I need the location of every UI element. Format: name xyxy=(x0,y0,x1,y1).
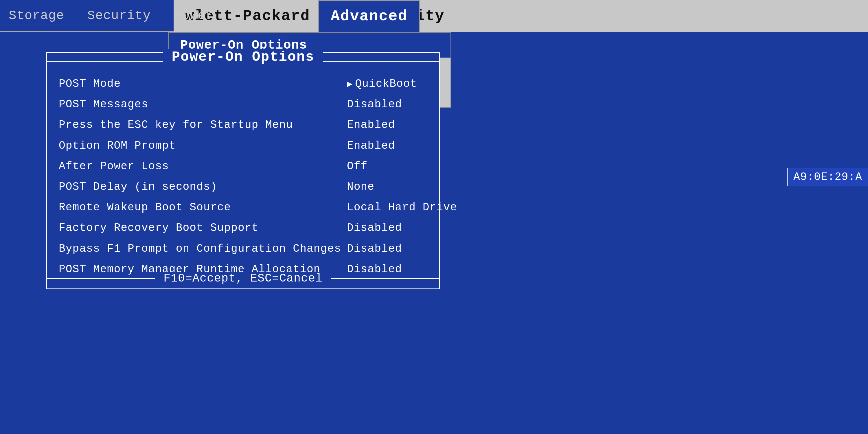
top-bar: Storage Security Power Advanced wlett-Pa… xyxy=(0,0,868,32)
setting-label-1[interactable]: POST Messages xyxy=(59,97,341,112)
setting-value-0[interactable]: QuickBoot xyxy=(347,76,457,91)
setting-label-6[interactable]: Remote Wakeup Boot Source xyxy=(59,199,341,215)
setting-value-3[interactable]: Enabled xyxy=(347,138,457,153)
dialog-footer: F10=Accept, ESC=Cancel xyxy=(47,268,439,288)
setting-value-2[interactable]: Enabled xyxy=(347,117,457,132)
title-line-left xyxy=(47,61,163,62)
setting-label-3[interactable]: Option ROM Prompt xyxy=(59,138,341,153)
setting-value-6[interactable]: Local Hard Drive xyxy=(347,199,457,215)
footer-hint: F10=Accept, ESC=Cancel xyxy=(155,272,331,285)
settings-labels: POST Mode POST Messages Press the ESC ke… xyxy=(59,76,341,271)
setting-value-7[interactable]: Disabled xyxy=(347,220,457,236)
setting-label-8[interactable]: Bypass F1 Prompt on Configuration Change… xyxy=(59,241,341,256)
setting-value-5[interactable]: None xyxy=(347,179,457,194)
footer-line-left xyxy=(47,278,155,279)
setting-label-4[interactable]: After Power Loss xyxy=(59,159,341,174)
settings-area: POST Mode POST Messages Press the ESC ke… xyxy=(47,62,439,280)
menu-item-storage[interactable]: Storage xyxy=(6,7,67,24)
mac-address-hint: A9:0E:29:A xyxy=(787,168,868,186)
setting-label-0[interactable]: POST Mode xyxy=(59,76,341,91)
advanced-tab-label: Advanced xyxy=(331,8,408,25)
app-title-bar: wlett-Packard Setup Utility xyxy=(174,0,868,32)
menu-item-security[interactable]: Security xyxy=(85,7,154,24)
setting-label-5[interactable]: POST Delay (in seconds) xyxy=(59,179,341,194)
tab-advanced[interactable]: Advanced xyxy=(318,0,420,32)
setting-value-1[interactable]: Disabled xyxy=(347,97,457,112)
setting-label-7[interactable]: Factory Recovery Boot Support xyxy=(59,220,341,236)
settings-values: QuickBoot Disabled Enabled Enabled Off N… xyxy=(341,76,457,271)
dialog-power-on-options: Power-On Options POST Mode POST Messages… xyxy=(46,52,440,289)
title-line-right xyxy=(323,61,439,62)
setting-label-2[interactable]: Press the ESC key for Startup Menu xyxy=(59,117,341,132)
dialog-title: Power-On Options xyxy=(163,49,323,65)
dialog-title-bar: Power-On Options xyxy=(47,52,439,70)
setting-value-8[interactable]: Disabled xyxy=(347,241,457,256)
menu-item-power[interactable]: Power xyxy=(171,7,216,24)
setting-value-4[interactable]: Off xyxy=(347,159,457,174)
menu-items: Storage Security Power xyxy=(0,0,216,31)
footer-line-right xyxy=(331,278,439,279)
